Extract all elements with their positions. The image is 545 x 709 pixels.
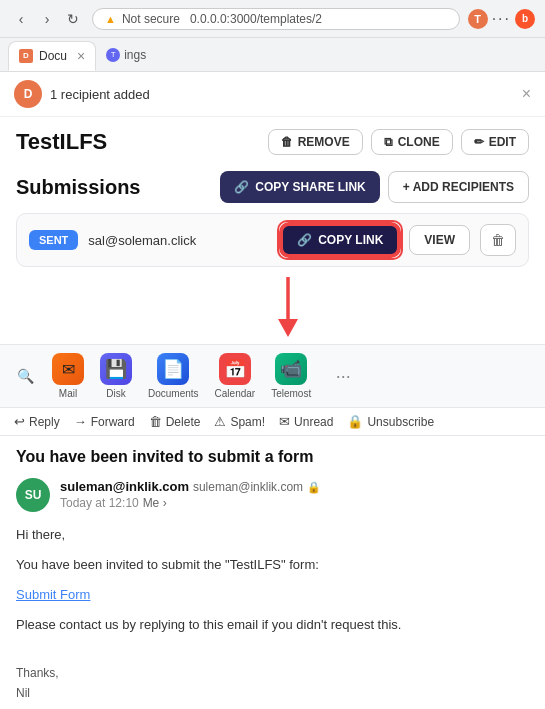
forward-button[interactable]: › (36, 8, 58, 30)
spam-icon: ⚠ (214, 414, 226, 429)
pencil-icon: ✏ (474, 135, 484, 149)
delete-email-button[interactable]: 🗑 Delete (149, 414, 201, 429)
forward-button[interactable]: → Forward (74, 414, 135, 429)
spam-button[interactable]: ⚠ Spam! (214, 414, 265, 429)
red-arrow-svg (268, 275, 348, 340)
profile-icon[interactable]: T (468, 9, 488, 29)
delete-icon: 🗑 (491, 232, 505, 248)
notification-close-button[interactable]: × (522, 85, 531, 103)
url-text: 0.0.0.0:3000/templates/2 (190, 12, 322, 26)
tab2-favicon: T (106, 48, 120, 62)
reply-button[interactable]: ↩ Reply (14, 414, 60, 429)
submissions-actions: 🔗 COPY SHARE LINK + ADD RECIPIENTS (220, 171, 529, 203)
svg-marker-1 (278, 319, 298, 337)
copy-link-wrapper: 🔗 COPY LINK (281, 224, 399, 256)
time-me-line: Today at 12:10 Me › (60, 494, 529, 510)
notification-text: 1 recipient added (50, 87, 514, 102)
app-disk[interactable]: 💾 Disk (100, 353, 132, 399)
user-avatar: D (14, 80, 42, 108)
thanks-line: Thanks, (16, 664, 529, 683)
arrow-container (0, 275, 545, 340)
link-copy-icon: 🔗 (297, 233, 312, 247)
telemost-icon: 📹 (275, 353, 307, 385)
not-secure-label: Not secure (122, 12, 180, 26)
body-line1: You have been invited to submit the "Tes… (16, 554, 529, 576)
notification-bar: D 1 recipient added × (0, 72, 545, 117)
app-calendar[interactable]: 📅 Calendar (215, 353, 256, 399)
reply-icon: ↩ (14, 414, 25, 429)
app-icons-row: 🔍 ✉ Mail 💾 Disk 📄 Documents 📅 Calendar 📹… (0, 345, 545, 408)
browser-actions: T ··· b (468, 9, 535, 29)
tab-2[interactable]: T ings (96, 44, 156, 66)
app-documents[interactable]: 📄 Documents (148, 353, 199, 399)
clone-icon: ⧉ (384, 135, 393, 149)
address-bar[interactable]: ▲ Not secure 0.0.0.0:3000/templates/2 (92, 8, 460, 30)
app-more[interactable]: ··· (327, 360, 359, 392)
email-meta-info: suleman@inklik.com suleman@inklik.com 🔒 … (60, 478, 529, 510)
email-footer: Thanks, Nil --- Sent using DocuSeal docu… (0, 660, 545, 709)
app-telemost[interactable]: 📹 Telemost (271, 353, 311, 399)
page-header: TestILFS 🗑 REMOVE ⧉ CLONE ✏ EDIT (0, 117, 545, 163)
email-client: 🔍 ✉ Mail 💾 Disk 📄 Documents 📅 Calendar 📹… (0, 344, 545, 709)
me-chevron[interactable]: Me › (143, 496, 167, 510)
email-time: Today at 12:10 (60, 496, 139, 510)
tab-bar: D Docu × T ings (0, 38, 545, 72)
app-mail[interactable]: ✉ Mail (52, 353, 84, 399)
recipient-row: SENT sal@soleman.click 🔗 COPY LINK VIEW … (16, 213, 529, 267)
sender-addr: suleman@inklik.com (193, 480, 303, 494)
nav-buttons: ‹ › ↻ (10, 8, 84, 30)
forward-icon: → (74, 414, 87, 429)
view-button[interactable]: VIEW (409, 225, 470, 255)
sender-line: suleman@inklik.com suleman@inklik.com 🔒 (60, 478, 529, 494)
trash-icon: 🗑 (281, 135, 293, 149)
edit-button[interactable]: ✏ EDIT (461, 129, 529, 155)
calendar-label: Calendar (215, 388, 256, 399)
calendar-icon: 📅 (219, 353, 251, 385)
page-title: TestILFS (16, 129, 107, 155)
unsubscribe-button[interactable]: 🔒 Unsubscribe (347, 414, 434, 429)
telemost-label: Telemost (271, 388, 311, 399)
browser-bar: ‹ › ↻ ▲ Not secure 0.0.0.0:3000/template… (0, 0, 545, 38)
reload-button[interactable]: ↻ (62, 8, 84, 30)
unsubscribe-icon: 🔒 (347, 414, 363, 429)
recipient-email: sal@soleman.click (88, 233, 271, 248)
clone-button[interactable]: ⧉ CLONE (371, 129, 453, 155)
name-line: Nil (16, 684, 529, 703)
disk-label: Disk (106, 388, 125, 399)
tab2-title: ings (124, 48, 146, 62)
sender-avatar: SU (16, 478, 50, 512)
tab-1[interactable]: D Docu × (8, 41, 96, 71)
mail-icon: ✉ (52, 353, 84, 385)
documents-label: Documents (148, 388, 199, 399)
unread-icon: ✉ (279, 414, 290, 429)
copy-share-link-button[interactable]: 🔗 COPY SHARE LINK (220, 171, 379, 203)
tab1-close-button[interactable]: × (77, 48, 85, 64)
menu-dots-button[interactable]: ··· (492, 10, 511, 28)
copy-link-button[interactable]: 🔗 COPY LINK (281, 224, 399, 256)
sender-name: suleman@inklik.com (60, 479, 189, 494)
email-body: Hi there, You have been invited to submi… (0, 520, 545, 660)
submit-form-link[interactable]: Submit Form (16, 587, 90, 602)
delete-button[interactable]: 🗑 (480, 224, 516, 256)
search-icon[interactable]: 🔍 (14, 365, 36, 387)
sent-badge: SENT (29, 230, 78, 250)
body-greeting: Hi there, (16, 524, 529, 546)
email-subject: You have been invited to submit a form (0, 436, 545, 470)
brave-icon[interactable]: b (515, 9, 535, 29)
body-line2: Please contact us by replying to this em… (16, 614, 529, 636)
documents-icon: 📄 (157, 353, 189, 385)
link-icon: 🔗 (234, 180, 249, 194)
email-toolbar: ↩ Reply → Forward 🗑 Delete ⚠ Spam! ✉ Unr… (0, 408, 545, 436)
email-meta: SU suleman@inklik.com suleman@inklik.com… (0, 470, 545, 520)
submissions-title: Submissions (16, 176, 140, 199)
tab1-favicon: D (19, 49, 33, 63)
add-recipients-button[interactable]: + ADD RECIPIENTS (388, 171, 529, 203)
back-button[interactable]: ‹ (10, 8, 32, 30)
more-icon: ··· (327, 360, 359, 392)
remove-button[interactable]: 🗑 REMOVE (268, 129, 363, 155)
submissions-section: Submissions 🔗 COPY SHARE LINK + ADD RECI… (0, 163, 545, 213)
delete-email-icon: 🗑 (149, 414, 162, 429)
lock-icon: 🔒 (307, 481, 321, 493)
warning-icon: ▲ (105, 13, 116, 25)
unread-button[interactable]: ✉ Unread (279, 414, 333, 429)
